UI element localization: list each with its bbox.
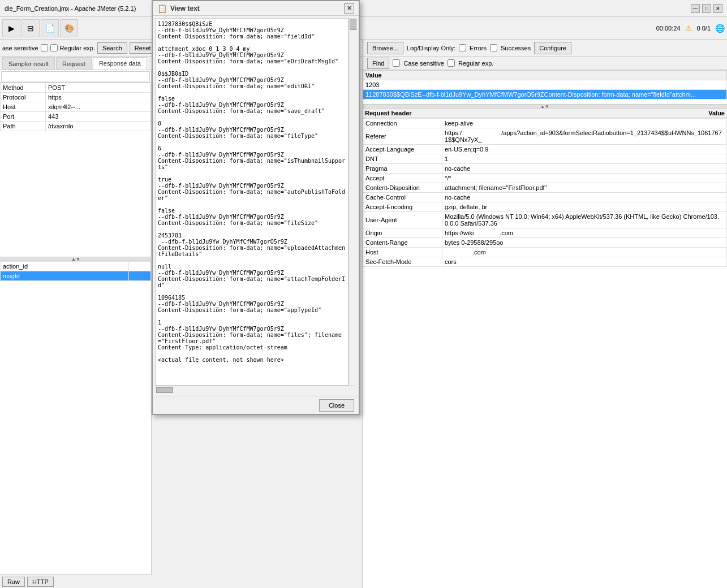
modal-icon: 📋 (157, 4, 167, 13)
modal-hscrollbar[interactable] (155, 386, 356, 394)
scroll-thumb-up[interactable] (350, 19, 356, 30)
dialog-close-button[interactable]: Close (319, 399, 354, 412)
view-text-dialog: 📋 View text ✕ 11287830$$QBiSzE --dfb-f-b… (152, 0, 360, 415)
modal-text-area[interactable]: 11287830$$QBiSzE --dfb-f-bl1dJu9Yw_DyhYM… (155, 18, 349, 386)
modal-title: View text (170, 5, 200, 12)
modal-scrollbar[interactable] (349, 18, 356, 386)
modal-content: 11287830$$QBiSzE --dfb-f-bl1dJu9Yw_DyhYM… (153, 16, 359, 396)
main-window: dle_Form_Creation.jmx - Apache JMeter (5… (0, 0, 727, 588)
hscroll-thumb[interactable] (156, 387, 173, 393)
modal-title-bar: 📋 View text ✕ (153, 1, 359, 16)
modal-close-button[interactable]: ✕ (344, 3, 354, 14)
modal-overlay: 📋 View text ✕ 11287830$$QBiSzE --dfb-f-b… (0, 0, 727, 588)
modal-footer: Close (153, 396, 359, 414)
